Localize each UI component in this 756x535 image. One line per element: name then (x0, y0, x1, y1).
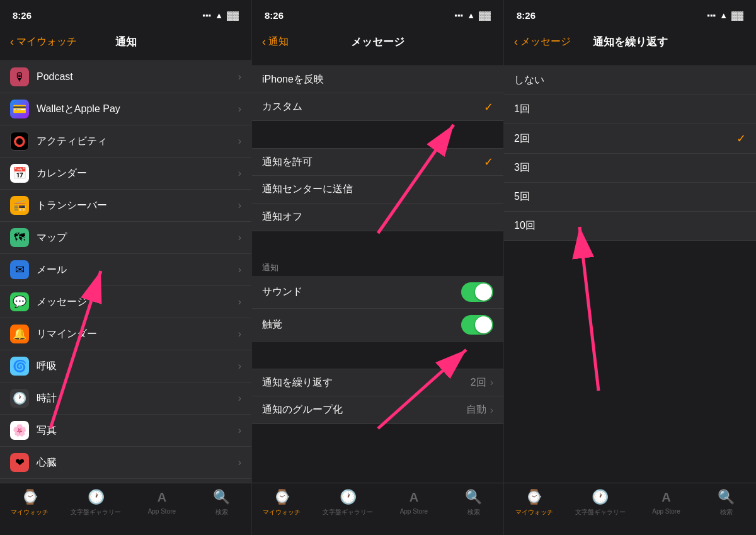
chevron-podcast: › (238, 71, 241, 83)
chevron-transceiver: › (238, 200, 241, 211)
repeat-notif-chevron: › (490, 377, 493, 388)
list-item-reminder[interactable]: 🔔 リマインダー › (0, 318, 251, 350)
haptic-item[interactable]: 触覚 (252, 309, 503, 342)
nav-back-2[interactable]: ‹ 通知 (262, 35, 289, 49)
label-photos: 写真 (37, 424, 238, 437)
panel-1: 8:26 ▪▪▪ ▲ ▓▓ ‹ マイウォッチ 通知 🎙 Podcast › 💳 … (0, 0, 252, 535)
appstore-icon-2: A (405, 488, 423, 506)
tab-faces-3[interactable]: 🕐 文字盤ギャラリー (575, 488, 626, 517)
nav-title-3: 通知を繰り返す (593, 35, 668, 49)
tab-mywatch-2[interactable]: ⌚ マイウォッチ (263, 488, 301, 517)
nav-back-1[interactable]: ‹ マイウォッチ (10, 35, 77, 49)
repeat-select-section: しない 1回 2回 ✓ 3回 5回 10回 (504, 66, 756, 241)
list-item-maps[interactable]: 🗺 マップ › (0, 222, 251, 254)
tab-appstore-2[interactable]: A App Store (395, 488, 433, 515)
sound-toggle[interactable] (461, 282, 493, 302)
wifi-icon-3: ▲ (719, 11, 728, 20)
allow-notif-item[interactable]: 通知を許可 ✓ (252, 148, 503, 176)
chevron-clock: › (238, 393, 241, 404)
allow-notif-check: ✓ (484, 155, 493, 169)
tab-appstore-3[interactable]: A App Store (648, 488, 685, 515)
chevron-messages: › (238, 296, 241, 308)
list-item-breath[interactable]: 🌀 呼吸 › (0, 350, 251, 383)
nav-back-3[interactable]: ‹ メッセージ (514, 35, 571, 49)
battery-icon-3: ▓▓ (731, 11, 743, 20)
content-2: iPhoneを反映 カスタム ✓ 通知を許可 ✓ 通知センターに送信 通知オフ (252, 55, 503, 483)
label-reminder: リマインダー (37, 328, 238, 341)
panel-3: 8:26 ▪▪▪ ▲ ▓▓ ‹ メッセージ 通知を繰り返す しない 1回 2回 … (504, 0, 756, 535)
notif-off-item[interactable]: 通知オフ (252, 204, 503, 231)
select-once-label: 1回 (514, 103, 746, 116)
nav-bar-2: ‹ 通知 メッセージ (252, 28, 503, 55)
list-item-mail[interactable]: ✉ メール › (0, 254, 251, 286)
repeat-section: 通知を繰り返す 2回 › 通知のグループ化 自動 › (252, 369, 503, 424)
chevron-wallet: › (238, 103, 241, 115)
select-never[interactable]: しない (504, 66, 756, 95)
list-item-heart[interactable]: ❤ 心臓 › (0, 447, 251, 479)
list-item-activity[interactable]: ⭕ アクティビティ › (0, 125, 251, 158)
tab-search-3[interactable]: 🔍 検索 (707, 488, 745, 517)
list-item-wallet[interactable]: 💳 WalletとApple Pay › (0, 93, 251, 125)
tab-mywatch-3[interactable]: ⌚ マイウォッチ (515, 488, 553, 517)
select-five-label: 5回 (514, 190, 746, 204)
haptic-toggle-knob (475, 316, 492, 333)
tab-mywatch-1[interactable]: ⌚ マイウォッチ (11, 488, 49, 517)
mywatch-label-2: マイウォッチ (263, 508, 301, 517)
list-item-transceiver[interactable]: 📻 トランシーバー › (0, 190, 251, 222)
battery-icon-2: ▓▓ (479, 11, 491, 20)
select-once[interactable]: 1回 (504, 95, 756, 124)
select-never-label: しない (514, 74, 746, 87)
tab-faces-2[interactable]: 🕐 文字盤ギャラリー (323, 488, 373, 517)
faces-icon-2: 🕐 (339, 488, 357, 506)
select-twice-label: 2回 (514, 132, 736, 146)
list-item-clock[interactable]: 🕐 時計 › (0, 383, 251, 415)
faces-label-3: 文字盤ギャラリー (575, 508, 626, 517)
custom-item[interactable]: カスタム ✓ (252, 93, 503, 121)
tab-bar-3: ⌚ マイウォッチ 🕐 文字盤ギャラリー A App Store 🔍 検索 (504, 483, 756, 535)
haptic-toggle[interactable] (461, 315, 493, 335)
tab-search-1[interactable]: 🔍 検索 (203, 488, 241, 517)
wifi-icon-2: ▲ (467, 11, 475, 20)
select-ten[interactable]: 10回 (504, 212, 756, 241)
repeat-notif-value: 2回 (471, 376, 486, 389)
signal-icon-3: ▪▪▪ (707, 11, 716, 20)
status-bar-2: 8:26 ▪▪▪ ▲ ▓▓ (252, 0, 503, 28)
search-label-2: 検索 (467, 508, 480, 517)
nav-back-label-3: メッセージ (520, 35, 571, 49)
select-five[interactable]: 5回 (504, 183, 756, 212)
tab-bar-2: ⌚ マイウォッチ 🕐 文字盤ギャラリー A App Store 🔍 検索 (252, 483, 503, 535)
mywatch-label-3: マイウォッチ (515, 508, 553, 517)
list-item-podcast[interactable]: 🎙 Podcast › (0, 60, 251, 93)
send-center-label: 通知センターに送信 (262, 183, 493, 196)
label-activity: アクティビティ (37, 135, 238, 148)
search-icon-2: 🔍 (465, 488, 483, 506)
custom-label: カスタム (262, 100, 484, 113)
label-podcast: Podcast (37, 71, 238, 83)
tab-search-2[interactable]: 🔍 検索 (455, 488, 493, 517)
mywatch-icon-2: ⌚ (273, 488, 290, 506)
allow-notif-label: 通知を許可 (262, 156, 484, 169)
icon-clock: 🕐 (10, 389, 29, 408)
label-heart: 心臓 (37, 456, 238, 469)
search-icon-3: 🔍 (718, 488, 735, 506)
sound-item[interactable]: サウンド (252, 276, 503, 309)
label-wallet: WalletとApple Pay (37, 103, 238, 116)
tab-faces-1[interactable]: 🕐 文字盤ギャラリー (71, 488, 121, 517)
label-calendar: カレンダー (37, 167, 238, 180)
select-twice[interactable]: 2回 ✓ (504, 124, 756, 154)
icon-photos: 🌸 (10, 421, 29, 440)
status-time-3: 8:26 (517, 10, 536, 21)
tab-bar-1: ⌚ マイウォッチ 🕐 文字盤ギャラリー A App Store 🔍 検索 (0, 483, 251, 535)
iphone-reflect-item[interactable]: iPhoneを反映 (252, 66, 503, 93)
repeat-notif-item[interactable]: 通知を繰り返す 2回 › (252, 369, 503, 396)
list-item-calendar[interactable]: 📅 カレンダー › (0, 158, 251, 190)
send-center-item[interactable]: 通知センターに送信 (252, 176, 503, 204)
list-item-messages[interactable]: 💬 メッセージ › (0, 286, 251, 318)
list-item-photos[interactable]: 🌸 写真 › (0, 415, 251, 447)
tab-appstore-1[interactable]: A App Store (143, 488, 181, 515)
group-notif-label: 通知のグループ化 (262, 403, 466, 417)
repeat-notif-label: 通知を繰り返す (262, 376, 471, 389)
select-three[interactable]: 3回 (504, 154, 756, 183)
appstore-label-3: App Store (652, 508, 680, 515)
group-notif-item[interactable]: 通知のグループ化 自動 › (252, 396, 503, 424)
